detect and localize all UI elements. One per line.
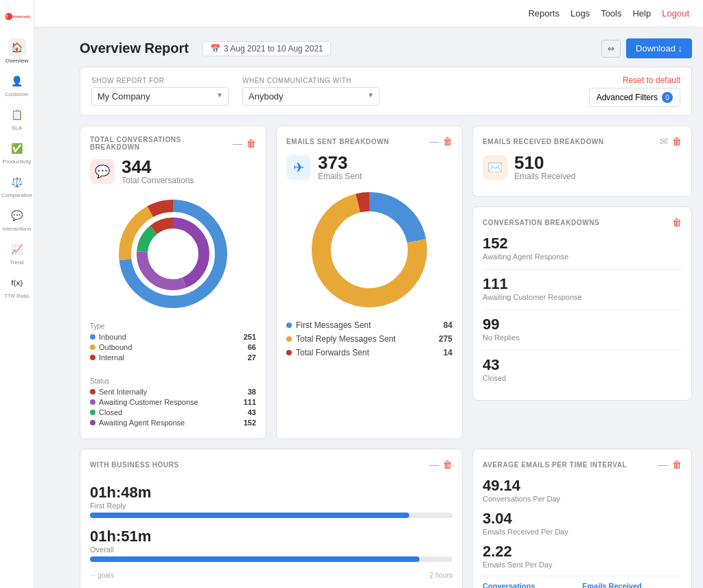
reply-messages-sent-item: Total Reply Messages Sent 275	[286, 332, 452, 346]
download-label: Download ↓	[636, 43, 682, 54]
awaiting-agent-val: 152	[244, 419, 256, 427]
overall-bar	[90, 556, 452, 562]
emails-received-label: Emails Received	[514, 172, 575, 181]
nav-logout[interactable]: Logout	[662, 8, 689, 19]
sidebar-item-overview[interactable]: 🏠 Overview	[0, 34, 34, 68]
nav-logs[interactable]: Logs	[571, 8, 590, 19]
trend-icon: 📈	[11, 244, 23, 255]
biz-footer: ··· goals 2 hours	[90, 572, 452, 579]
minimize-avg[interactable]: —	[658, 459, 668, 470]
biz-hours-header: WITH BUSINESS HOURS — 🗑	[90, 459, 452, 470]
first-reply-label: First Reply	[90, 502, 452, 510]
sidebar-item-trend[interactable]: 📈 Trend	[0, 236, 34, 270]
conv-breakdowns-card: CONVERSATION BREAKDOWNS 🗑 152 Awaiting A…	[472, 207, 692, 401]
awaiting-agent-breakdown: 152 Awaiting Agent Response	[483, 235, 682, 261]
download-button[interactable]: Download ↓	[626, 38, 692, 58]
overall-fill	[90, 556, 419, 562]
delete-avg[interactable]: 🗑	[672, 459, 682, 470]
outbound-dot	[90, 344, 95, 350]
bottom-grid: WITH BUSINESS HOURS — 🗑 01h:48m First Re…	[80, 449, 692, 588]
emails-sent-count: 373	[318, 154, 362, 172]
total-conversations-card: TOTAL CONVERSATIONS BREAKDOWN — 🗑 💬 344 …	[80, 126, 266, 439]
sidebar-item-sla[interactable]: 📋 SLA	[0, 102, 34, 135]
sidebar-item-label: SLA	[12, 125, 22, 131]
show-report-select[interactable]: My Company	[91, 87, 229, 106]
awaiting-agent-dot	[90, 420, 95, 425]
emails-sent-donut	[286, 188, 452, 311]
sidebar-item-label: Trend	[10, 259, 24, 266]
donut-chart-svg	[111, 192, 235, 316]
closed-num: 43	[483, 356, 682, 374]
outbound-label: Outbound	[99, 343, 132, 351]
emails-received-count: 510	[514, 154, 575, 172]
card-actions-sent: — 🗑	[429, 136, 452, 147]
conv-col-title: Conversations	[483, 582, 582, 588]
avg-emails-card: AVERAGE EMAILS PER TIME INTERVAL — 🗑 49.…	[472, 449, 692, 588]
legend-internal: Internal 27	[90, 353, 256, 362]
closed-breakdown: 43 Closed	[483, 356, 682, 382]
sidebar-item-productivity[interactable]: ✅ Productivity	[0, 135, 34, 169]
email-icon-btn[interactable]: ✉	[660, 136, 668, 147]
closed-val: 43	[248, 408, 256, 416]
communicating-select[interactable]: Anybody	[242, 87, 380, 106]
avg-table: Conversations Per Hour 2.05 Per Week 344…	[483, 576, 682, 588]
sidebar-item-ttrratio[interactable]: f(x) TTR Ratio	[0, 270, 34, 303]
advanced-filters-button[interactable]: Advanced Filters 0	[589, 88, 680, 107]
top-nav: Reports Logs Tools Help Logout	[34, 0, 703, 27]
sidebar: t timetoreply 🏠 Overview 👤 Customer 📋 SL…	[0, 0, 34, 588]
type-legend-title: Type	[90, 322, 256, 330]
delete-button-sent[interactable]: 🗑	[443, 136, 452, 147]
forward-label: Total Forwards Sent	[296, 348, 369, 357]
conv-breakdowns-title: CONVERSATION BREAKDOWNS	[483, 219, 599, 226]
date-range-badge[interactable]: 📅 3 Aug 2021 to 10 Aug 2021	[203, 41, 331, 56]
sidebar-item-label: Productivity	[3, 158, 31, 165]
communicating-group: WHEN COMMUNICATING WITH Anybody ▼	[242, 77, 380, 106]
nav-tools[interactable]: Tools	[601, 8, 621, 19]
advanced-filters-badge: 0	[662, 92, 673, 103]
legend-closed: Closed 43	[90, 408, 256, 416]
sidebar-item-interactions[interactable]: 💬 Interactions	[0, 202, 34, 236]
delete-conv-breakdown[interactable]: 🗑	[672, 217, 682, 228]
conv-per-day-num: 49.14	[483, 477, 682, 495]
legend-sent-internally: Sent Internally 38	[90, 388, 256, 396]
type-legend: Type Inbound 251 Outbound 66 Internal	[90, 322, 256, 364]
sidebar-item-comparative[interactable]: ⚖️ Comparative	[0, 169, 34, 202]
emails-sent-donut-svg	[308, 188, 431, 311]
reset-default-link[interactable]: Reset to default	[623, 75, 680, 85]
recv-per-day-num: 3.04	[483, 510, 682, 528]
first-messages-sent-item: First Messages Sent 84	[286, 318, 452, 332]
separator	[483, 269, 682, 270]
inbound-val: 251	[244, 333, 256, 341]
conv-per-day-label: Conversations Per Day	[483, 495, 682, 503]
delete-button[interactable]: 🗑	[246, 138, 256, 149]
minimize-button-sent[interactable]: —	[429, 136, 439, 147]
recv-per-day: 3.04 Emails Received Per Day	[483, 510, 682, 536]
first-reply-fill	[90, 513, 409, 518]
emails-sent-stat: ✈ 373 Emails Sent	[286, 154, 452, 181]
conv-per-day: 49.14 Conversations Per Day	[483, 477, 682, 503]
minimize-biz[interactable]: —	[429, 459, 439, 470]
minimize-button[interactable]: —	[233, 138, 242, 149]
nav-help[interactable]: Help	[632, 8, 651, 19]
arrows-button[interactable]: ⇔	[601, 40, 621, 58]
status-legend-title: Status	[90, 377, 256, 385]
nav-reports[interactable]: Reports	[528, 8, 560, 19]
sidebar-item-customer[interactable]: 👤 Customer	[0, 68, 34, 102]
filter-bar: SHOW REPORT FOR My Company ▼ WHEN COMMUN…	[80, 67, 692, 116]
delete-biz[interactable]: 🗑	[443, 459, 452, 470]
emails-sent-header: EMAILS SENT BREAKDOWN — 🗑	[286, 136, 452, 147]
emails-received-title: EMAILS RECEIVED BREAKDOWN	[483, 138, 604, 145]
sent-internally-val: 38	[248, 388, 256, 396]
first-reply-time: 01h:48m	[90, 484, 452, 502]
delete-button-recv[interactable]: 🗑	[672, 136, 682, 147]
emails-sent-label: Emails Sent	[318, 172, 362, 181]
avg-emails-header: AVERAGE EMAILS PER TIME INTERVAL — 🗑	[483, 459, 682, 470]
separator2	[483, 309, 682, 310]
overall-label: Overall	[90, 545, 452, 554]
advanced-filters-label: Advanced Filters	[597, 93, 658, 102]
inbound-dot	[90, 334, 95, 340]
sent-internally-label: Sent Internally	[99, 388, 147, 396]
emails-received-stat: ✉️ 510 Emails Received	[483, 154, 682, 181]
calendar-icon: 📅	[210, 44, 220, 54]
sent-per-day: 2.22 Emails Sent Per Day	[483, 543, 682, 569]
